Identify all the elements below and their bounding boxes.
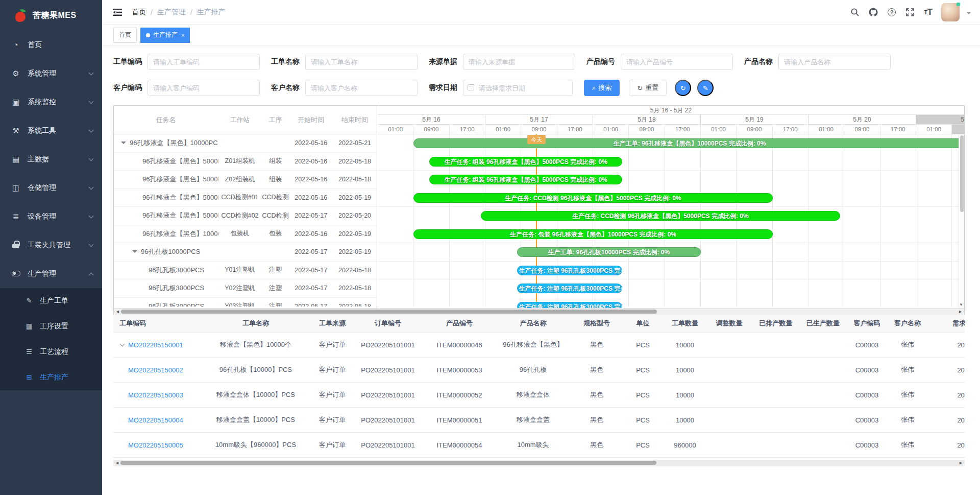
gantt-bar[interactable]: 生产任务: CCD检测 96孔移液盒【黑色】5000PCS 完成比例: 0% bbox=[481, 211, 840, 221]
date-input[interactable] bbox=[463, 80, 573, 96]
sidebar-item-5[interactable]: ◫仓储管理 bbox=[0, 174, 102, 202]
workorder-link[interactable]: MO202205150004 bbox=[128, 416, 183, 424]
gantt-process: CCD检测 bbox=[261, 193, 289, 202]
font-size-icon[interactable]: TT bbox=[923, 7, 934, 18]
sidebar-item-0[interactable]: ◔首页 bbox=[0, 31, 102, 59]
breadcrumb-item[interactable]: 生产管理 bbox=[157, 8, 186, 17]
gantt-task-row[interactable]: 96孔移液盒【黑色】5000PZ01组装机组装2022-05-162022-05… bbox=[114, 153, 377, 171]
table-row[interactable]: MO202205150001移液盒【黑色】10000个客户订单PO2022051… bbox=[113, 333, 965, 358]
gantt-task-row[interactable]: 96孔孔板3000PCSY03注塑机注塑2022-05-172022-05-18 bbox=[114, 298, 377, 307]
breadcrumb-item[interactable]: 生产排产 bbox=[197, 8, 226, 17]
gantt-bar[interactable]: 生产任务: 组装 96孔移液盒【黑色】5000PCS 完成比例: 0% bbox=[429, 157, 622, 167]
filter-input[interactable] bbox=[778, 54, 891, 70]
sidebar-collapse-icon[interactable] bbox=[112, 7, 122, 17]
avatar-dropdown-caret[interactable] bbox=[967, 12, 971, 16]
filter-input[interactable] bbox=[305, 54, 418, 70]
gantt-start-date: 2022-05-17 bbox=[289, 212, 333, 219]
tab-首页[interactable]: 首页 bbox=[113, 28, 137, 43]
edit-round-button[interactable]: ✎ bbox=[697, 80, 714, 96]
filter-input[interactable] bbox=[305, 80, 418, 96]
table-row[interactable]: MO202205150004移液盒盒盖【10000】PCS客户订单PO20220… bbox=[113, 408, 965, 433]
table-cell: ITEM00000053 bbox=[424, 366, 495, 374]
gantt-bar[interactable]: 生产任务: 包装 96孔移液盒【黑色】10000PCS 完成比例: 0% bbox=[413, 229, 772, 239]
workorder-table: 工单编码工单名称工单来源订单编号产品编号产品名称规格型号单位工单数量调整数量已排… bbox=[113, 314, 965, 465]
gantt-end-date: 2022-05-21 bbox=[333, 139, 377, 147]
gantt-task-row[interactable]: 96孔孔板3000PCSY01注塑机注塑2022-05-172022-05-18 bbox=[114, 262, 377, 280]
gantt-task-row[interactable]: 96孔移液盒【黑色】10000PC2022-05-162022-05-21 bbox=[114, 134, 377, 153]
filter-input[interactable] bbox=[463, 54, 575, 70]
gantt-bar[interactable]: 生产任务: 注塑 96孔孔板3000PCS 完成比例: 0% bbox=[517, 266, 623, 275]
help-icon[interactable]: ? bbox=[886, 7, 897, 18]
sidebar-item-2[interactable]: ▣系统监控 bbox=[0, 88, 102, 116]
filter-label: 需求日期 bbox=[429, 83, 457, 92]
gantt-horizontal-scrollbar[interactable]: ◄ ► bbox=[114, 308, 964, 315]
gantt-scroll-left-arrow[interactable]: ◄ bbox=[115, 309, 120, 315]
tree-expand-icon[interactable] bbox=[132, 250, 137, 255]
gantt-timeline: 5月 16 - 5月 22 5月 165月 175月 185月 195月 205… bbox=[378, 106, 964, 315]
gantt-task-row[interactable]: 96孔孔板3000PCSY02注塑机注塑2022-05-172022-05-18 bbox=[114, 279, 377, 298]
filter-input[interactable] bbox=[148, 54, 260, 70]
gantt-grid-body: 96孔移液盒【黑色】10000PC2022-05-162022-05-2196孔… bbox=[114, 134, 377, 307]
avatar[interactable] bbox=[941, 3, 960, 21]
sidebar-item-6[interactable]: ≣设备管理 bbox=[0, 202, 102, 231]
filter-input[interactable] bbox=[148, 80, 260, 96]
tree-expand-icon[interactable] bbox=[121, 142, 126, 147]
gantt-bar[interactable]: 生产任务: 组装 96孔移液盒【黑色】5000PCS 完成比例: 0% bbox=[429, 175, 622, 184]
gantt-task-row[interactable]: 96孔移液盒【黑色】5000PZ02组装机组装2022-05-162022-05… bbox=[114, 171, 377, 189]
refresh-round-button[interactable]: ↻ bbox=[675, 80, 691, 96]
gantt-bar[interactable]: 生产工单: 96孔孔板10000PCS 完成比例: 0% bbox=[517, 247, 701, 257]
github-icon[interactable] bbox=[868, 7, 879, 18]
table-scroll-thumb[interactable] bbox=[120, 461, 656, 465]
table-cell: 客户订单 bbox=[312, 340, 352, 349]
sidebar-subitem-1[interactable]: ▦工序设置 bbox=[0, 314, 102, 339]
table-scroll-left-arrow[interactable]: ◄ bbox=[115, 460, 119, 466]
gantt-tick-cell: 17:00 bbox=[880, 125, 916, 134]
reset-button[interactable]: ↻重置 bbox=[629, 80, 667, 96]
gantt-task-name: 96孔移液盒【黑色】5000P bbox=[114, 211, 218, 220]
gantt-end-date: 2022-05-19 bbox=[333, 248, 377, 255]
row-expand-icon[interactable] bbox=[120, 342, 125, 347]
filter-input[interactable] bbox=[621, 54, 733, 70]
sidebar-subitem-0[interactable]: ✎生产工单 bbox=[0, 288, 102, 314]
gantt-task-row[interactable]: 96孔移液盒【黑色】5000PCCD检测#02CCD检测2022-05-1720… bbox=[114, 207, 377, 225]
sidebar-item-1[interactable]: ⚙系统管理 bbox=[0, 59, 102, 88]
tab-active-dot bbox=[146, 33, 150, 37]
gantt-task-row[interactable]: 96孔移液盒【黑色】5000PCCD检测#01CCD检测2022-05-1620… bbox=[114, 189, 377, 207]
gantt-scroll-down-arrow[interactable]: ▼ bbox=[959, 302, 964, 308]
table-row[interactable]: MO202205150003移液盒盒体【10000】PCS客户订单PO20220… bbox=[113, 383, 965, 408]
table-scroll-right-arrow[interactable]: ► bbox=[959, 460, 963, 466]
table-row[interactable]: MO20220515000510mm吸头【960000】PCS客户订单PO202… bbox=[113, 433, 965, 458]
gantt-col-header: 工作站 bbox=[218, 115, 262, 125]
fullscreen-icon[interactable] bbox=[904, 7, 916, 18]
sidebar-item-3[interactable]: ⚒系统工具 bbox=[0, 116, 102, 145]
table-row[interactable]: MO20220515000296孔孔板【10000】PCS客户订单PO20220… bbox=[113, 358, 965, 383]
search-icon[interactable] bbox=[849, 7, 861, 18]
gantt-scroll-thumb[interactable] bbox=[121, 310, 657, 314]
workorder-link[interactable]: MO202205150002 bbox=[128, 366, 183, 374]
sidebar-item-4[interactable]: ▤主数据 bbox=[0, 145, 102, 174]
sidebar-item-7[interactable]: 工装夹具管理 bbox=[0, 231, 102, 260]
gantt-tick-cell: 09:00 bbox=[629, 125, 665, 134]
sidebar-subitem-2[interactable]: ☰工艺流程 bbox=[0, 339, 102, 365]
calendar-icon bbox=[468, 84, 474, 90]
sidebar-subitem-3[interactable]: ⊞生产排产 bbox=[0, 365, 102, 390]
gantt-scroll-right-arrow[interactable]: ► bbox=[958, 309, 963, 315]
proc-icon: ▦ bbox=[24, 322, 34, 331]
gantt-tick-cell: 09:00 bbox=[737, 125, 772, 134]
tab-生产排产[interactable]: 生产排产× bbox=[140, 28, 190, 43]
table-horizontal-scrollbar[interactable]: ◄ ► bbox=[113, 460, 965, 466]
gantt-bar[interactable]: 生产任务: 注塑 96孔孔板3000PCS 完成比例: 0% bbox=[517, 284, 623, 293]
workorder-link[interactable]: MO202205150003 bbox=[128, 391, 183, 399]
workorder-link[interactable]: MO202205150005 bbox=[128, 441, 183, 449]
gantt-bar[interactable]: 生产工单: 96孔移液盒【黑色】10000PCS 完成比例: 0% bbox=[413, 138, 964, 148]
search-button[interactable]: ⌕搜索 bbox=[584, 80, 620, 96]
workorder-link[interactable]: MO202205150001 bbox=[128, 341, 183, 349]
gantt-task-row[interactable]: 96孔孔板10000PCS2022-05-172022-05-19 bbox=[114, 243, 377, 262]
gantt-task-row[interactable]: 96孔移液盒【黑色】10000包装机包装2022-05-162022-05-19 bbox=[114, 225, 377, 244]
tab-close-icon[interactable]: × bbox=[181, 32, 184, 38]
filter-group: 产品编号 bbox=[586, 54, 733, 70]
sidebar-item-8[interactable]: 生产管理 bbox=[0, 260, 102, 288]
gantt-vertical-scrollbar[interactable] bbox=[959, 134, 964, 308]
gantt-bar[interactable]: 生产任务: CCD检测 96孔移液盒【黑色】5000PCS 完成比例: 0% bbox=[413, 193, 772, 203]
table-col-2: 工单来源 bbox=[312, 319, 352, 328]
